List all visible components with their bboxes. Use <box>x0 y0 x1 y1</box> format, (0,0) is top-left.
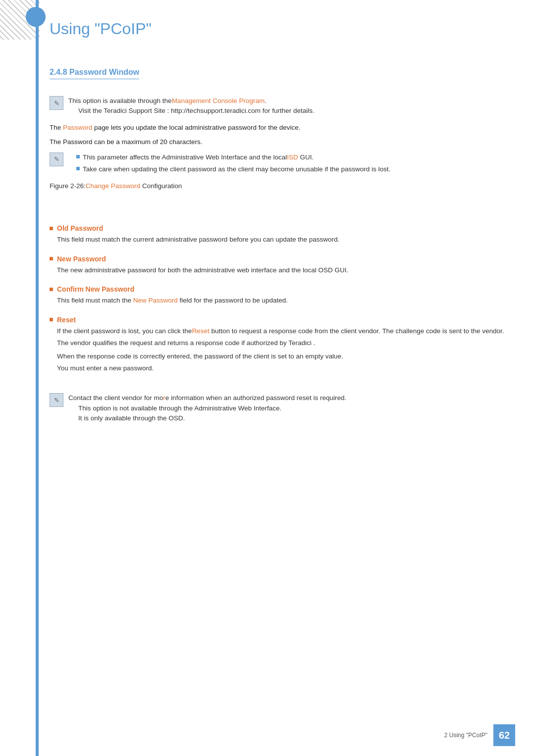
figure-caption: Figure 2-26:Change Password Configuratio… <box>50 182 515 190</box>
warning-note-content: This parameter affects the Administrativ… <box>68 152 515 177</box>
logo-circle <box>26 7 46 27</box>
reset-desc-4: You must enter a new password. <box>57 363 515 374</box>
left-bar <box>36 0 39 756</box>
note1-text-before: This option is available through the <box>68 97 172 104</box>
warning-note-icon <box>50 152 63 166</box>
field-confirm-password: Confirm New Password This field must mat… <box>50 285 515 306</box>
warning-list: This parameter affects the Administrativ… <box>76 152 515 175</box>
note2-line3: It is only available through the OSD. <box>78 413 515 423</box>
warning-item-1: This parameter affects the Administrativ… <box>76 152 515 162</box>
reset-desc-1: If the client password is lost, you can … <box>57 326 515 337</box>
new-password-title: New Password <box>57 255 106 263</box>
figure-link: Change Password <box>86 182 140 190</box>
note2-line1: Contact the client vendor for more infor… <box>68 393 515 403</box>
spacer-1 <box>50 195 515 224</box>
note-box-2: Contact the client vendor for more infor… <box>50 393 515 423</box>
reset-desc-3: When the response code is correctly ente… <box>57 351 515 362</box>
note-content-1: This option is available through theMana… <box>68 96 515 116</box>
warning-item-2: Take care when updating the client passw… <box>76 164 515 174</box>
figure-prefix: Figure 2-26: <box>50 182 86 190</box>
note-box-1: This option is available through theMana… <box>50 96 515 116</box>
new-password-desc: The new administrative password for both… <box>57 265 515 276</box>
field-reset: Reset If the client password is lost, yo… <box>50 316 515 373</box>
reset-title: Reset <box>57 316 76 324</box>
old-password-bullet <box>50 227 53 230</box>
reset-desc-2: The vendor qualifies the request and ret… <box>57 338 515 349</box>
warning-bullet-1 <box>76 155 80 158</box>
field-old-password: Old Password This field must match the c… <box>50 224 515 245</box>
confirm-password-desc: This field must match the New Password f… <box>57 295 515 306</box>
body-para1-link: Password <box>63 124 92 131</box>
body-para1-suffix: page lets you update the local administr… <box>92 124 300 131</box>
reset-bullet <box>50 318 53 321</box>
body-para1-prefix: The <box>50 124 63 131</box>
note-content-2: Contact the client vendor for more infor… <box>68 393 515 423</box>
field-new-password: New Password The new administrative pass… <box>50 255 515 276</box>
confirm-password-bullet <box>50 288 53 291</box>
warning-bullet-2 <box>76 167 80 170</box>
warning-note-box: This parameter affects the Administrativ… <box>50 152 515 177</box>
note-icon-1 <box>50 96 63 110</box>
old-password-title: Old Password <box>57 224 103 232</box>
note1-text-dot: . <box>265 97 267 104</box>
page-title: Using "PCoIP" <box>50 15 515 38</box>
note1-link: Management Console Program <box>172 97 265 104</box>
new-password-bullet <box>50 257 53 260</box>
old-password-desc: This field must match the current admini… <box>57 234 515 245</box>
figure-suffix: Configuration <box>140 182 182 190</box>
note2-line2: This option is not available through the… <box>78 403 515 413</box>
body-para2: The Password can be a maximum of 20 char… <box>50 137 515 148</box>
section-heading: 2.4.8 Password Window <box>50 68 139 79</box>
note-icon-2 <box>50 393 63 407</box>
bottom-spacer <box>50 429 515 489</box>
spacer-2 <box>50 383 515 393</box>
confirm-password-title: Confirm New Password <box>57 285 134 293</box>
note1-visit-text: Visit the Teradici Support Site : http:/… <box>78 107 315 114</box>
body-para1: The Password page lets you update the lo… <box>50 122 515 133</box>
